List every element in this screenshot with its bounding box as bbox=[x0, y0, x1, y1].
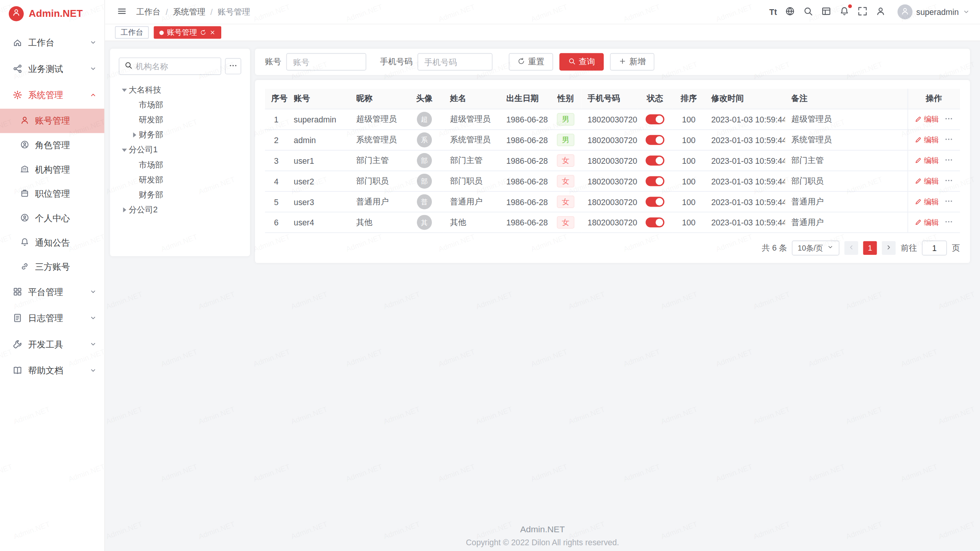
breadcrumb-item[interactable]: 工作台 bbox=[136, 6, 161, 17]
account-filter-input[interactable] bbox=[286, 53, 366, 71]
tree-expand-caret-icon[interactable] bbox=[120, 148, 129, 152]
cell-name: 普通用户 bbox=[444, 191, 500, 212]
search-button[interactable]: 查询 bbox=[559, 53, 604, 71]
notification-button[interactable] bbox=[838, 4, 851, 20]
sidebar-subitem-account-management[interactable]: 账号管理 bbox=[0, 109, 105, 133]
sidebar-subitem-position-management[interactable]: 职位管理 bbox=[0, 182, 105, 206]
cell-remark: 普通用户 bbox=[785, 212, 908, 233]
edit-button[interactable]: 编辑 bbox=[915, 217, 939, 228]
status-toggle[interactable] bbox=[646, 135, 665, 145]
sidebar-item-dev-tools[interactable]: 开发工具 bbox=[0, 332, 105, 358]
tree-node[interactable]: 市场部 bbox=[119, 157, 241, 172]
row-avatar: 普 bbox=[417, 194, 432, 209]
cell-status bbox=[637, 130, 672, 150]
cell-no: 1 bbox=[265, 109, 287, 130]
goto-page-input[interactable] bbox=[922, 241, 947, 256]
cell-account: superadmin bbox=[287, 109, 350, 130]
cell-phone: 18020030720 bbox=[581, 130, 637, 150]
brand[interactable]: Admin.NET bbox=[0, 0, 105, 28]
font-size-button[interactable]: Tt bbox=[768, 5, 779, 18]
sidebar-item-workbench[interactable]: 工作台 bbox=[0, 30, 105, 56]
sidebar-subitem-role-management[interactable]: 角色管理 bbox=[0, 133, 105, 158]
org-tree-panel: 大名科技市场部研发部财务部分公司1市场部研发部财务部分公司2 bbox=[110, 49, 250, 256]
org-search-field[interactable] bbox=[119, 57, 221, 75]
sidebar-item-help-docs[interactable]: 帮助文档 bbox=[0, 358, 105, 385]
language-icon bbox=[785, 6, 795, 18]
tree-node[interactable]: 财务部 bbox=[119, 127, 241, 142]
user-menu[interactable]: superadmin bbox=[898, 4, 970, 19]
tree-expand-caret-icon[interactable] bbox=[130, 132, 139, 137]
tree-node[interactable]: 研发部 bbox=[119, 112, 241, 127]
search-icon bbox=[124, 60, 132, 72]
cell-status bbox=[637, 171, 672, 192]
tree-node[interactable]: 市场部 bbox=[119, 98, 241, 112]
reset-button[interactable]: 重置 bbox=[509, 53, 553, 71]
status-toggle[interactable] bbox=[646, 197, 665, 207]
tree-more-button[interactable] bbox=[225, 58, 241, 74]
row-more-button[interactable] bbox=[944, 114, 953, 125]
tree-node[interactable]: 大名科技 bbox=[119, 83, 241, 98]
edit-button[interactable]: 编辑 bbox=[915, 176, 939, 187]
refresh-icon bbox=[518, 57, 525, 66]
prev-page-button[interactable] bbox=[844, 241, 858, 255]
add-button[interactable]: 新增 bbox=[610, 53, 654, 71]
row-more-button[interactable] bbox=[944, 197, 953, 207]
page-size-select[interactable]: 10条/页 bbox=[792, 241, 840, 256]
phone-filter-label: 手机号码 bbox=[380, 56, 413, 67]
menu-collapse-button[interactable] bbox=[115, 4, 129, 20]
tree-node[interactable]: 分公司1 bbox=[119, 142, 241, 157]
row-more-button[interactable] bbox=[944, 135, 953, 145]
tree-expand-caret-icon[interactable] bbox=[120, 207, 129, 212]
sidebar-subitem-notice[interactable]: 通知公告 bbox=[0, 230, 105, 255]
sidebar-subitem-personal-center[interactable]: 个人中心 bbox=[0, 206, 105, 231]
sidebar-item-label: 开发工具 bbox=[28, 339, 83, 350]
next-page-button[interactable] bbox=[882, 241, 896, 255]
edit-icon bbox=[915, 198, 922, 206]
gear-icon bbox=[13, 90, 23, 101]
status-toggle[interactable] bbox=[646, 176, 665, 186]
account-button[interactable] bbox=[874, 4, 888, 20]
sidebar-item-business-test[interactable]: 业务测试 bbox=[0, 56, 105, 83]
gender-tag: 女 bbox=[557, 216, 575, 229]
tab-close-icon bbox=[209, 29, 216, 36]
row-more-button[interactable] bbox=[944, 176, 953, 187]
column-header-status: 状态 bbox=[637, 89, 672, 109]
row-more-button[interactable] bbox=[944, 217, 953, 228]
tree-node[interactable]: 研发部 bbox=[119, 173, 241, 187]
cell-actions: 编辑 bbox=[908, 130, 960, 150]
row-more-button[interactable] bbox=[944, 155, 953, 166]
toggle-knob bbox=[656, 136, 663, 144]
edit-button[interactable]: 编辑 bbox=[915, 155, 939, 166]
fullscreen-button[interactable] bbox=[856, 4, 869, 20]
status-toggle[interactable] bbox=[646, 218, 665, 228]
user-menu-caret-icon bbox=[962, 8, 970, 16]
doc-icon bbox=[13, 365, 23, 377]
tree-node[interactable]: 分公司2 bbox=[119, 202, 241, 217]
edit-button[interactable]: 编辑 bbox=[915, 197, 939, 207]
page-number-1[interactable]: 1 bbox=[863, 241, 877, 255]
sidebar-item-log-management[interactable]: 日志管理 bbox=[0, 305, 105, 332]
cell-avatar: 部 bbox=[405, 150, 444, 171]
breadcrumb-item[interactable]: 系统管理 bbox=[173, 6, 206, 17]
search-button[interactable] bbox=[801, 4, 815, 20]
column-header-avatar: 头像 bbox=[405, 89, 444, 109]
sidebar-subitem-org-management[interactable]: 机构管理 bbox=[0, 157, 105, 182]
tree-expand-caret-icon[interactable] bbox=[120, 88, 129, 91]
status-toggle[interactable] bbox=[646, 156, 665, 166]
language-button[interactable] bbox=[783, 4, 797, 20]
phone-filter-input[interactable] bbox=[418, 53, 493, 71]
sidebar-item-system-management[interactable]: 系统管理 bbox=[0, 83, 105, 109]
row-avatar: 部 bbox=[417, 174, 432, 189]
edit-button[interactable]: 编辑 bbox=[915, 114, 939, 125]
edit-button[interactable]: 编辑 bbox=[915, 135, 939, 145]
theme-button[interactable] bbox=[820, 4, 833, 20]
tab-workbench[interactable]: 工作台 bbox=[115, 26, 149, 39]
status-toggle[interactable] bbox=[646, 114, 665, 124]
tab-account-management[interactable]: 账号管理 bbox=[154, 26, 221, 39]
sidebar-item-platform-management[interactable]: 平台管理 bbox=[0, 279, 105, 306]
cell-birth: 1986-06-28 bbox=[500, 191, 550, 212]
sidebar-subitem-third-party-account[interactable]: 三方账号 bbox=[0, 255, 105, 279]
tree-node[interactable]: 财务部 bbox=[119, 187, 241, 202]
pagination: 共 6 条 10条/页 1 前往 页 bbox=[265, 241, 960, 256]
org-search-input[interactable] bbox=[136, 62, 216, 71]
